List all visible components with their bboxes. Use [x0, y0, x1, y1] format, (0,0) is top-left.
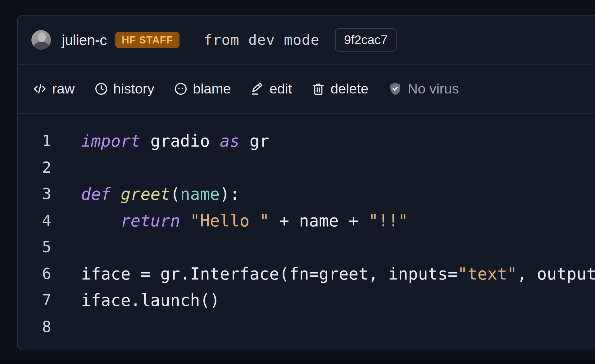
- hf-staff-badge: HF STAFF: [115, 32, 179, 48]
- page-bottom-edge: [0, 360, 595, 364]
- code-text: iface = gr.Interface(fn=greet, inputs="t…: [51, 264, 595, 283]
- code-viewer: 1import gradio as gr23def greet(name):4 …: [18, 114, 595, 340]
- line-number[interactable]: 4: [18, 212, 51, 230]
- no-virus-label: No virus: [408, 81, 459, 97]
- blame-label: blame: [193, 81, 231, 97]
- commit-header: julien-c HF STAFF from dev mode 9f2cac7: [18, 16, 595, 65]
- clock-icon: [94, 82, 108, 96]
- pencil-icon: [250, 82, 265, 96]
- line-number[interactable]: 5: [18, 238, 51, 256]
- trash-icon: [311, 82, 325, 96]
- code-text: import gradio as gr: [51, 131, 269, 150]
- shield-check-icon: [388, 81, 403, 96]
- code-line: 8: [18, 314, 595, 340]
- history-label: history: [113, 81, 155, 97]
- code-text: return "Hello " + name + "!!": [51, 211, 408, 230]
- delete-label: delete: [330, 81, 369, 97]
- history-button[interactable]: history: [94, 81, 155, 97]
- file-toolbar: raw history blame: [18, 65, 595, 114]
- raw-label: raw: [52, 81, 75, 97]
- commit-message: from dev mode: [204, 31, 320, 48]
- code-line: 5: [18, 234, 595, 261]
- line-number[interactable]: 7: [18, 291, 51, 309]
- code-text: def greet(name):: [51, 184, 240, 203]
- line-number[interactable]: 6: [18, 265, 51, 283]
- avatar[interactable]: [31, 30, 51, 50]
- edit-button[interactable]: edit: [250, 81, 292, 97]
- code-line: 4 return "Hello " + name + "!!": [18, 207, 595, 234]
- username-link[interactable]: julien-c: [62, 31, 107, 48]
- smiley-icon: [174, 82, 188, 96]
- code-line: 2: [18, 154, 595, 181]
- raw-button[interactable]: raw: [32, 81, 75, 97]
- code-line: 1import gradio as gr: [18, 128, 595, 154]
- code-line: 7iface.launch(): [18, 287, 595, 314]
- code-line: 3def greet(name):: [18, 181, 595, 207]
- commit-hash-button[interactable]: 9f2cac7: [335, 28, 397, 52]
- page-background: { "header": { "username": "julien-c", "b…: [0, 0, 595, 364]
- no-virus-status[interactable]: No virus: [388, 81, 459, 97]
- line-number[interactable]: 8: [18, 318, 51, 336]
- line-number[interactable]: 1: [18, 132, 51, 150]
- code-line: 6iface = gr.Interface(fn=greet, inputs="…: [18, 261, 595, 287]
- delete-button[interactable]: delete: [311, 81, 369, 97]
- code-icon: [32, 81, 47, 96]
- line-number[interactable]: 2: [18, 159, 51, 176]
- edit-label: edit: [270, 81, 292, 97]
- code-text: iface.launch(): [51, 291, 220, 310]
- line-number[interactable]: 3: [18, 185, 51, 203]
- blame-button[interactable]: blame: [174, 81, 231, 97]
- file-viewer-card: julien-c HF STAFF from dev mode 9f2cac7 …: [17, 15, 595, 350]
